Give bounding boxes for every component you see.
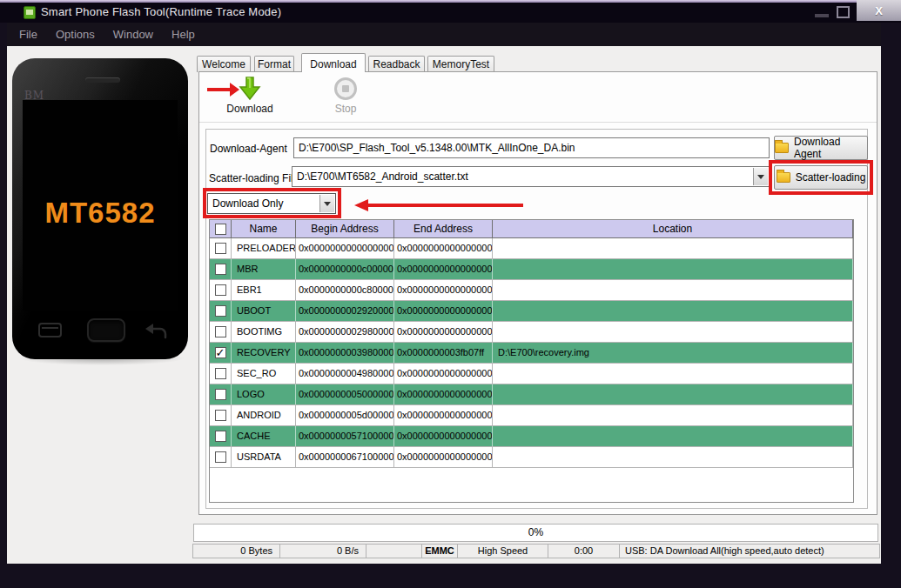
scatter-loading-button[interactable]: Scatter-loading [774,165,868,190]
row-checkbox[interactable] [215,326,226,337]
select-all-checkbox[interactable] [215,224,226,235]
statusbar: 0 Bytes 0 B/s EMMC High Speed 0:00 USB: … [192,544,880,558]
row-checkbox[interactable] [215,305,226,317]
table-row[interactable]: BOOTIMG 0x0000000002980000 0x00000000000… [210,322,853,343]
table-row[interactable]: MBR 0x0000000000c00000 0x000000000000000… [210,259,853,280]
row-checkbox[interactable] [215,284,226,296]
begin-address-cell: 0x0000000005000000 [296,384,394,404]
location-cell [493,322,853,342]
table-row[interactable]: USRDATA 0x0000000067100000 0x00000000000… [210,447,853,468]
scatter-file-label: Scatter-loading File [209,172,299,184]
menu-options[interactable]: Options [56,28,95,41]
partition-name-cell: ANDROID [232,405,296,425]
table-row[interactable]: UBOOT 0x0000000002920000 0x0000000000000… [210,301,853,322]
download-mode-combobox[interactable]: Download Only [207,193,336,214]
stop-icon [334,77,357,100]
end-address-cell: 0x0000000000000000 [394,405,493,425]
chevron-down-icon[interactable] [319,195,334,212]
location-column-header[interactable]: Location [493,220,853,238]
phone-screen: MT6582 [23,100,178,311]
partition-table-header: Name Begin Address End Address Location [210,220,853,238]
table-row[interactable]: EBR1 0x0000000000c80000 0x00000000000000… [210,280,853,301]
scatter-loading-button-label: Scatter-loading [796,171,866,184]
end-address-cell: 0x0000000000000000 [394,280,493,300]
begin-address-column-header[interactable]: Begin Address [296,220,394,238]
annotation-arrow-mode-head [354,199,368,211]
row-checkbox-cell [210,259,232,279]
row-checkbox[interactable] [215,347,226,358]
begin-address-cell: 0x0000000004980000 [296,364,394,384]
tab-download[interactable]: Download [301,53,366,72]
status-storage-type: EMMC [421,544,458,558]
end-address-cell: 0x0000000003fb07ff [394,343,493,363]
partition-name-cell: MBR [232,259,296,279]
chevron-down-icon[interactable] [753,168,768,185]
row-checkbox[interactable] [215,410,226,421]
partition-name-cell: PRELOADER [232,238,296,258]
location-cell: D:\E700\recovery.img [493,343,853,363]
scatter-file-path: D:\E700\MT6582_Android_scatter.txt [297,170,468,183]
end-address-cell: 0x0000000000000000 [394,259,493,279]
tab-welcome[interactable]: Welcome [197,56,251,72]
begin-address-cell: 0x0000000005d00000 [296,405,394,425]
table-row[interactable]: ANDROID 0x0000000005d00000 0x00000000000… [210,405,853,426]
status-elapsed-time: 0:00 [548,544,620,558]
row-checkbox[interactable] [215,389,226,400]
row-checkbox-cell [210,301,232,321]
table-row[interactable]: LOGO 0x0000000005000000 0x00000000000000… [210,384,853,405]
row-checkbox-cell [210,405,232,425]
row-checkbox-cell [210,447,232,467]
tab-readback[interactable]: Readback [368,56,425,72]
table-row[interactable]: PRELOADER 0x0000000000000000 0x000000000… [210,238,853,259]
download-agent-button[interactable]: Download Agent [774,136,868,160]
tab-format[interactable]: Format [254,56,294,72]
annotation-arrow-mode [368,204,523,207]
status-empty [366,544,422,558]
download-agent-path-input[interactable]: D:\E700\SP_Flash_Tool_v5.1348.00\MTK_All… [293,137,770,158]
partition-name-cell: UBOOT [232,301,296,321]
location-cell [493,259,853,279]
toolbar-separator [199,122,877,123]
menubar: File Options Window Help [7,23,881,46]
location-cell [493,405,853,425]
close-button[interactable]: X [857,0,901,21]
location-cell [493,384,853,404]
table-row[interactable]: CACHE 0x0000000057100000 0x0000000000000… [210,426,853,447]
begin-address-cell: 0x0000000000c80000 [296,280,394,300]
row-checkbox-cell [210,322,232,342]
download-icon[interactable] [239,77,261,101]
end-address-cell: 0x0000000000000000 [394,447,493,467]
row-checkbox[interactable] [215,243,226,254]
end-address-cell: 0x0000000000000000 [394,364,493,384]
maximize-button[interactable] [837,6,850,18]
phone-earpiece [85,77,120,83]
status-speed: 0 B/s [279,544,366,558]
download-mode-value: Download Only [212,197,283,210]
folder-icon [777,172,790,183]
row-checkbox-cell [210,238,232,258]
end-address-column-header[interactable]: End Address [394,220,493,238]
download-agent-label: Download-Agent [210,143,287,155]
progress-bar: 0% [193,524,878,542]
partition-name-cell: LOGO [232,384,296,404]
status-connection-info: USB: DA Download All(high speed,auto det… [619,544,880,558]
name-column-header[interactable]: Name [232,220,296,238]
row-checkbox[interactable] [215,368,226,379]
scatter-file-combobox[interactable]: D:\E700\MT6582_Android_scatter.txt [292,166,770,187]
menu-file[interactable]: File [19,28,37,41]
tab-memorytest[interactable]: MemoryTest [427,56,494,72]
partition-name-cell: USRDATA [232,447,296,467]
menu-help[interactable]: Help [171,28,195,41]
titlebar[interactable]: Smart Phone Flash Tool(Runtime Trace Mod… [0,3,901,23]
row-checkbox[interactable] [215,451,226,463]
row-checkbox[interactable] [215,431,226,442]
row-checkbox[interactable] [215,264,226,275]
begin-address-cell: 0x0000000000000000 [296,238,394,258]
download-button[interactable]: Download [213,103,286,115]
table-row[interactable]: RECOVERY 0x0000000003980000 0x0000000003… [210,343,853,364]
window-title: Smart Phone Flash Tool(Runtime Trace Mod… [41,5,281,18]
row-checkbox-cell [210,384,232,404]
minimize-button[interactable] [815,14,829,17]
table-row[interactable]: SEC_RO 0x0000000004980000 0x000000000000… [210,364,853,384]
menu-window[interactable]: Window [113,28,153,41]
